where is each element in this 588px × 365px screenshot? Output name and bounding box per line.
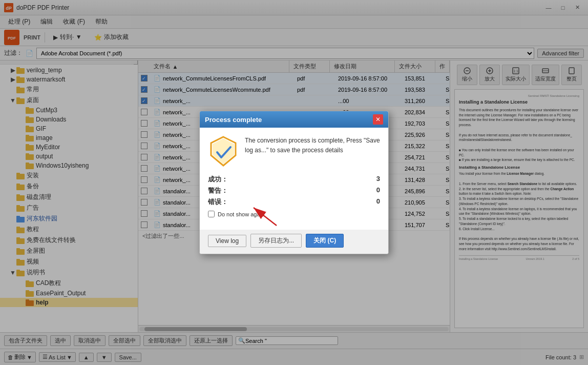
- error-label: 错误：: [208, 197, 368, 207]
- modal-title: Process complete: [205, 116, 262, 124]
- success-label: 成功：: [208, 175, 368, 184]
- modal-body: The conversion process is complete, Pres…: [200, 128, 388, 230]
- modal-stats: 成功： 3 警告： 0 错误： 0: [208, 175, 380, 207]
- modal-footer: View log 另存日志为... 关闭 (C): [200, 230, 388, 254]
- save-log-button[interactable]: 另存日志为...: [250, 234, 302, 248]
- modal-checkbox-row: Do not show again: [208, 211, 380, 217]
- modal-overlay: Process complete ✕ The conversion proces…: [0, 0, 588, 365]
- view-log-button[interactable]: View log: [208, 235, 246, 247]
- modal-message: The conversion process is complete, Pres…: [245, 136, 380, 167]
- error-value: 0: [376, 197, 380, 207]
- process-complete-dialog: Process complete ✕ The conversion proces…: [199, 111, 389, 254]
- do-not-show-label: Do not show again: [218, 211, 264, 217]
- modal-header-area: The conversion process is complete, Pres…: [208, 136, 380, 167]
- modal-close-button[interactable]: ✕: [373, 114, 383, 125]
- modal-title-bar: Process complete ✕: [200, 111, 388, 128]
- do-not-show-checkbox[interactable]: [208, 211, 215, 217]
- warning-label: 警告：: [208, 186, 368, 195]
- success-value: 3: [376, 175, 380, 184]
- success-icon: [208, 136, 239, 167]
- warning-value: 0: [376, 186, 380, 195]
- close-dialog-button[interactable]: 关闭 (C): [306, 234, 344, 248]
